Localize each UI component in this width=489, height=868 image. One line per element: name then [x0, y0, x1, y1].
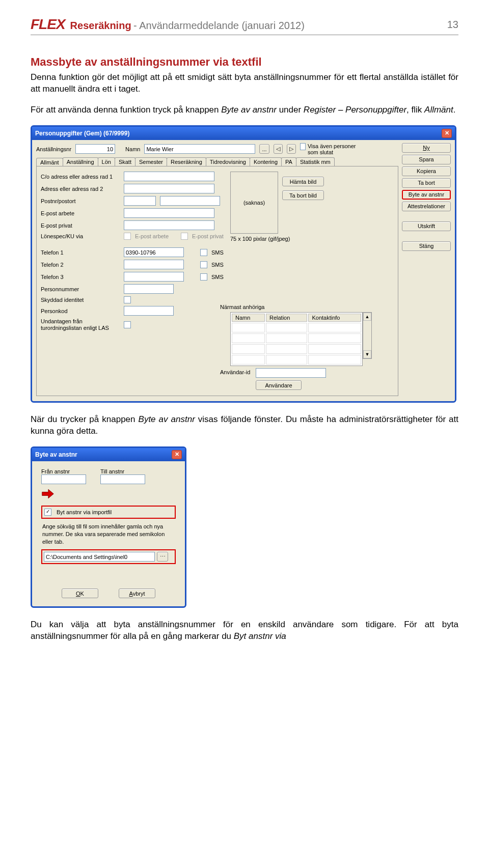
tab-allmant[interactable]: Allmänt [36, 158, 63, 166]
stang-button[interactable]: Stäng [402, 241, 451, 251]
table-row [232, 355, 361, 365]
eparb-label: E-post arbete [41, 210, 120, 216]
eparb-input[interactable] [124, 208, 214, 218]
file-path-input[interactable] [44, 552, 155, 562]
userid-label: Användar-id [220, 369, 250, 375]
kin-label: Närmast anhöriga [220, 304, 264, 310]
ok-button[interactable]: OK [62, 589, 98, 598]
header-subtitle: - Användarmeddelande (januari 2012) [133, 20, 305, 31]
import-info-text: Ange sökväg till fil som innehåller gaml… [42, 523, 175, 546]
intro-paragraph-1: Denna funktion gör det möjligt att på et… [31, 72, 458, 95]
browse-file-button[interactable]: ⋯ [157, 552, 168, 562]
importfil-label: Byt anstnr via importfil [57, 509, 112, 515]
tel2-input[interactable] [124, 260, 184, 269]
importfil-checkbox[interactable]: ✓ [44, 509, 51, 516]
tel3-sms-checkbox[interactable] [200, 273, 207, 281]
tab-semester[interactable]: Semester [135, 157, 167, 166]
arrow-right-icon [41, 488, 55, 499]
undantag-label: Undantagen från turordningslistan enligt… [41, 318, 120, 331]
anvandare-button[interactable]: Användare [256, 380, 302, 390]
intro-paragraph-2: För att använda denna funktion tryck på … [31, 104, 458, 116]
skyddad-checkbox[interactable] [124, 296, 131, 303]
byte-anstnr-dialog: Byte av anstnr ✕ Från anstnr Till anstnr [31, 446, 186, 608]
attest-button[interactable]: Attestrelationer [402, 202, 451, 211]
adr2-input[interactable] [124, 184, 214, 193]
close-icon[interactable]: ✕ [172, 450, 182, 459]
personkod-label: Personkod [41, 308, 120, 314]
tab-kontering[interactable]: Kontering [250, 157, 282, 166]
lookup-button[interactable]: ... [259, 144, 269, 154]
namn-input[interactable] [144, 144, 255, 154]
bottom-paragraph: Du kan välja att byta anställningsnummer… [31, 619, 458, 642]
photo-caption: 75 x 100 pixlar (gif/jpeg) [230, 236, 290, 242]
prev-record-button[interactable]: ◁ [274, 144, 283, 154]
lonespec-label: Lönespec/KU via [41, 233, 120, 239]
eppriv-label: E-post privat [41, 222, 120, 229]
lonespec-chk-arbete [124, 233, 131, 240]
table-row [232, 344, 361, 354]
undantag-checkbox[interactable] [124, 321, 131, 328]
photo-placeholder: (saknas) [230, 172, 278, 234]
adr2-label: Adress eller adress rad 2 [41, 186, 120, 192]
window-title: Personuppgifter (Gem) (67/9999) [35, 130, 129, 137]
tab-statistik[interactable]: Statistik mm [296, 157, 335, 166]
tel2-label: Telefon 2 [41, 262, 120, 268]
namn-label: Namn [125, 146, 140, 152]
spara-button[interactable]: Spara [402, 155, 451, 164]
dialog-title: Byte av anstnr [35, 451, 77, 458]
tab-strip: Allmänt Anställning Lön Skatt Semester R… [36, 157, 451, 166]
table-row [232, 323, 361, 332]
tabort-button[interactable]: Ta bort [402, 178, 451, 188]
tab-tidredovisning[interactable]: Tidredovisning [206, 157, 250, 166]
kopiera-button[interactable]: Kopiera [402, 166, 451, 176]
anst-label: Anställningsnr [36, 146, 71, 152]
postnr-label: Postnr/postort [41, 198, 120, 204]
mid-paragraph: När du trycker på knappen Byte av anstnr… [31, 414, 458, 437]
tel3-label: Telefon 3 [41, 274, 120, 280]
scroll-up-icon[interactable]: ▲ [363, 313, 371, 321]
tel1-sms-checkbox[interactable] [200, 249, 207, 256]
byte-anstnr-button[interactable]: Byte av anstnr [402, 190, 451, 200]
userid-input[interactable] [256, 368, 326, 378]
page-header: FLEX Reseräkning - Användarmeddelande (j… [31, 16, 458, 35]
avbryt-button[interactable]: Avbryt [119, 589, 155, 598]
header-title: Reseräkning [70, 20, 131, 31]
postnr-input[interactable] [124, 196, 156, 206]
next-record-button[interactable]: ▷ [287, 144, 296, 154]
table-row [232, 333, 361, 343]
page-number: 13 [447, 19, 458, 31]
hamta-bild-button[interactable]: Hämta bild [282, 177, 324, 186]
postort-input[interactable] [160, 196, 220, 206]
from-input[interactable] [41, 474, 86, 484]
persnr-label: Personnummer [41, 286, 120, 292]
tab-lon[interactable]: Lön [98, 157, 115, 166]
personkod-input[interactable] [124, 306, 174, 316]
anst-input[interactable] [75, 144, 115, 154]
from-label: Från anstnr [41, 468, 86, 474]
ny-button[interactable]: Ny [402, 143, 451, 153]
flex-logo: FLEX [31, 16, 65, 33]
close-icon[interactable]: ✕ [442, 129, 452, 138]
eppriv-input[interactable] [124, 220, 214, 230]
to-label: Till anstnr [100, 468, 145, 474]
tel2-sms-checkbox[interactable] [200, 261, 207, 268]
section-heading: Massbyte av anställningsnummer via textf… [31, 55, 458, 69]
tab-reserakning[interactable]: Reseräkning [167, 157, 206, 166]
tab-pa[interactable]: PA [281, 157, 296, 166]
tab-skatt[interactable]: Skatt [115, 157, 135, 166]
tab-anstallning[interactable]: Anställning [63, 157, 98, 166]
scroll-down-icon[interactable]: ▼ [363, 350, 371, 358]
personuppgifter-window: Personuppgifter (Gem) (67/9999) ✕ Anstäl… [31, 125, 456, 403]
skyddad-label: Skyddad identitet [41, 297, 120, 303]
tabort-bild-button[interactable]: Ta bort bild [282, 190, 324, 200]
tel3-input[interactable] [124, 272, 184, 282]
persnr-input[interactable] [124, 284, 174, 294]
co-input[interactable] [124, 172, 214, 181]
tel1-input[interactable] [124, 247, 184, 257]
to-input[interactable] [100, 474, 145, 484]
utskrift-button[interactable]: Utskrift [402, 221, 451, 231]
co-label: C/o adress eller adress rad 1 [41, 174, 120, 180]
lonespec-chk-privat [181, 233, 188, 240]
visa-slutat-checkbox[interactable] [300, 143, 306, 150]
kin-scrollbar[interactable]: ▲ ▼ [363, 312, 372, 359]
